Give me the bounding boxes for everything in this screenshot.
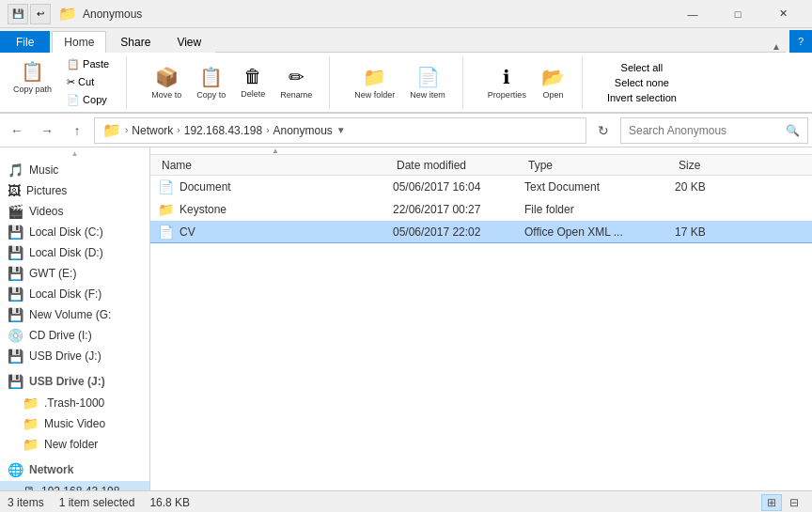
address-path[interactable]: 📁 › Network › 192.168.43.198 › Anonymous… [94,117,586,144]
file-type-cv: Office Open XML ... [524,225,623,239]
file-row-keystone[interactable]: 📁 Keystone 22/06/2017 00:27 File folder [150,198,812,221]
move-icon: 📦 [155,66,179,88]
file-name-cv: CV [180,225,195,239]
sidebar-item-new-volume-g[interactable]: 💾 New Volume (G: [0,304,149,325]
sidebar-item-music-video[interactable]: 📁 Music Video [0,413,149,434]
sidebar-label: New folder [44,438,98,451]
usb-drive-section-header[interactable]: 💾 USB Drive (J:) [0,370,149,393]
view-large-icons-button[interactable]: ⊟ [784,494,804,511]
col-header-size[interactable]: Size [675,157,750,174]
new-folder-button[interactable]: 📁 New folder [349,62,400,103]
path-network[interactable]: Network [132,124,173,137]
new-item-button[interactable]: 📄 New item [404,62,451,103]
sidebar-label: Music Video [44,417,105,430]
sidebar-item-local-c[interactable]: 💾 Local Disk (C:) [0,222,149,242]
tab-view[interactable]: View [164,31,213,53]
delete-button[interactable]: 🗑 Delete [235,62,271,103]
view-details-button[interactable]: ⊞ [761,494,782,511]
sidebar-item-local-f[interactable]: 💾 Local Disk (F:) [0,284,149,304]
copy-button[interactable]: 📄 Copy [61,92,115,108]
network-icon: 🌐 [8,462,23,477]
save-pin-button[interactable]: 💾 [8,4,28,24]
maximize-button[interactable]: □ [716,0,759,28]
paste-button[interactable]: 📋 Paste [61,56,115,72]
file-name-keystone: Keystone [180,203,226,216]
search-input[interactable] [629,124,786,137]
path-arrow-1: › [125,125,128,135]
back-button[interactable]: ← [4,117,30,144]
close-button[interactable]: ✕ [761,0,804,28]
sidebar-label: Music [29,163,58,177]
file-date-cv: 05/06/2017 22:02 [393,225,480,239]
cut-button[interactable]: ✂ Cut [61,74,115,90]
sidebar-item-gwt-e[interactable]: 💾 GWT (E:) [0,263,149,284]
status-selected: 1 item selected [59,496,135,509]
sidebar-item-pictures[interactable]: 🖼 Pictures [0,180,149,201]
minimize-button[interactable]: — [671,0,714,28]
sidebar-label: Videos [29,205,63,218]
col-header-date[interactable]: Date modified [393,157,524,174]
col-header-type[interactable]: Type [524,157,675,174]
open-button[interactable]: 📂 Open [536,62,570,103]
sidebar-item-videos[interactable]: 🎬 Videos [0,201,149,222]
sidebar-item-cd-i[interactable]: 💿 CD Drive (I:) [0,325,149,346]
col-header-name[interactable]: Name [158,157,393,174]
sidebar-item-local-d[interactable]: 💾 Local Disk (D:) [0,242,149,263]
folder-icon: 📁 [23,416,39,431]
computer-icon: 🖥 [23,484,36,490]
sidebar-item-new-folder[interactable]: 📁 New folder [0,434,149,455]
ribbon-collapse-button[interactable]: ▲ [767,41,786,53]
forward-button[interactable]: → [34,117,60,144]
sidebar-label: Local Disk (D:) [29,246,103,259]
tab-home[interactable]: Home [52,31,106,53]
network-section-label: Network [29,463,73,476]
copy-to-icon: 📋 [199,66,223,88]
path-folder[interactable]: Anonymous [273,124,332,137]
sidebar-item-usb-j[interactable]: 💾 USB Drive (J:) [0,346,149,366]
sidebar-label: .Trash-1000 [44,396,104,410]
address-bar: ← → ↑ 📁 › Network › 192.168.43.198 › Ano… [0,114,812,147]
help-button[interactable]: ? [789,30,812,53]
file-icon-cv: 📄 [158,225,174,240]
sidebar-label: New Volume (G: [29,308,111,321]
disk-icon: 💾 [8,307,23,322]
ribbon-tabs: File Home Share View ▲ ? [0,28,812,53]
properties-button[interactable]: ℹ Properties [482,62,532,103]
disk-icon: 💾 [8,225,23,240]
move-to-button[interactable]: 📦 Move to [146,62,187,103]
network-section-header[interactable]: 🌐 Network [0,458,149,481]
up-button[interactable]: ↑ [64,117,90,144]
invert-selection-button[interactable]: Invert selection [601,90,682,105]
folder-icon: 📁 [23,437,39,452]
file-size-cv: 17 KB [675,225,706,239]
search-icon: 🔍 [786,124,800,137]
refresh-button[interactable]: ↻ [590,117,617,144]
tab-file[interactable]: File [0,31,50,53]
title-bar: 💾 ↩ 📁 Anonymous — □ ✕ [0,0,812,28]
open-group: ℹ Properties 📂 Open [482,56,583,109]
view-buttons: ⊞ ⊟ [761,494,804,511]
sidebar-item-192[interactable]: 🖥 192.168.43.198 [0,481,149,490]
undo-pin-button[interactable]: ↩ [30,4,51,24]
sidebar-item-trash[interactable]: 📁 .Trash-1000 [0,393,149,413]
tab-share[interactable]: Share [108,31,163,53]
sidebar-label: GWT (E:) [29,267,76,280]
scroll-up-indicator: ▲ [0,147,149,160]
copy-path-button[interactable]: 📋 Copy path [8,56,57,108]
select-group: Select all Select none Invert selection [601,56,694,109]
select-none-button[interactable]: Select none [609,75,675,90]
path-dropdown-chevron[interactable]: ▼ [336,125,346,135]
file-row-document[interactable]: 📄 Document 05/06/2017 16:04 Text Documen… [150,176,812,198]
rename-button[interactable]: ✏ Rename [274,62,318,103]
folder-icon: 📁 [23,396,39,411]
select-all-button[interactable]: Select all [616,60,669,75]
copy-to-button[interactable]: 📋 Copy to [191,62,231,103]
path-ip[interactable]: 192.168.43.198 [184,124,262,137]
new-folder-icon: 📁 [363,66,386,88]
clipboard-group: 📋 Copy path 📋 Paste ✂ Cut 📄 Copy [8,56,127,109]
main-area: ▲ 🎵 Music 🖼 Pictures 🎬 Videos 💾 Local Di… [0,147,812,490]
disk-icon: 💾 [8,266,23,281]
search-box: 🔍 [620,117,808,144]
sidebar-item-music[interactable]: 🎵 Music [0,160,149,180]
file-row-cv[interactable]: 📄 CV 05/06/2017 22:02 Office Open XML ..… [150,221,812,243]
